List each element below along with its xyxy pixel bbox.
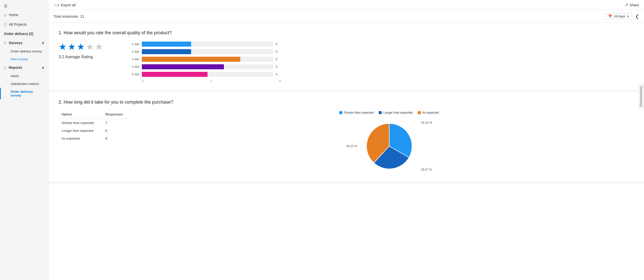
share-label: Share	[630, 3, 639, 7]
col-responses: Responses	[102, 111, 129, 119]
legend-dot	[418, 111, 421, 114]
pie-label-38: 38.10 %	[346, 144, 357, 148]
legend-item: Longer than expected	[379, 111, 413, 114]
question-2-content: Option Responses Shorter than expected 7…	[59, 111, 634, 174]
table-row: Longer than expected 6	[59, 127, 129, 135]
sidebar: ☰ ⌂ Home □ All Projects Order delivery (…	[0, 0, 48, 280]
bar-fill	[142, 49, 191, 54]
legend-dot	[339, 111, 342, 114]
responses-bar: Total responses 21 📅 All days ∨ ❮	[48, 10, 644, 23]
sidebar-item-alerts[interactable]: Alerts	[0, 72, 48, 80]
bar-row: 4 star 5	[129, 64, 281, 69]
export-icon: ⟶	[54, 3, 59, 7]
bar-fill	[142, 57, 240, 62]
bar-row: 1 star 3	[129, 42, 281, 47]
share-icon: ↗	[625, 3, 628, 7]
star-3: ★	[77, 42, 85, 52]
bar-label: 5 star	[129, 73, 139, 76]
legend-label: Shorter than expected	[344, 111, 374, 114]
reports-label: Reports	[9, 66, 22, 70]
sidebar-item-new-survey[interactable]: New survey	[0, 55, 48, 63]
sidebar-item-order-delivery-survey[interactable]: Order delivery survey	[0, 47, 48, 55]
rating-display: ★ ★ ★ ★ ★ 3.2 Average Rating	[59, 42, 109, 59]
days-filter-label: All days	[614, 14, 625, 18]
sidebar-item-satisfaction-metrics[interactable]: Satisfaction metrics	[0, 80, 48, 88]
bar-value: 3	[276, 50, 281, 53]
respondents-tab[interactable]: Respondents	[638, 84, 644, 109]
legend-item: As expected	[418, 111, 439, 114]
bar-value: 5	[276, 65, 281, 69]
alerts-label: Alerts	[11, 74, 19, 78]
export-label: Export all	[61, 3, 75, 7]
bar-fill	[142, 42, 191, 47]
bar-fill	[142, 72, 208, 77]
projects-icon: □	[4, 22, 7, 27]
table-row: Shorter than expected 7	[59, 119, 129, 127]
top-bar: ⟶ Export all ↗ Share	[48, 0, 644, 10]
bar-label: 2 star	[129, 50, 139, 53]
avg-rating-value: 3.2	[59, 55, 64, 59]
star-4: ★	[86, 42, 94, 52]
pie-svg	[362, 118, 417, 174]
bar-row: 3 star 6	[129, 57, 281, 62]
reports-icon: □	[4, 66, 6, 70]
average-rating-text: 3.2 Average Rating	[59, 55, 93, 59]
bar-label: 1 star	[129, 42, 139, 46]
bar-value: 3	[276, 42, 281, 46]
order-delivery-report-label: Order delivery survey	[11, 90, 33, 97]
new-survey-label: New survey	[11, 57, 28, 61]
bar-row: 5 star 4	[129, 72, 281, 77]
pie-label-33: 33.33 %	[421, 121, 432, 125]
surveys-label: Surveys	[9, 41, 22, 45]
pie-section: Shorter than expected Longer than expect…	[144, 111, 634, 174]
content-area: 1. How would you rate the overall qualit…	[48, 23, 644, 183]
sidebar-surveys-header[interactable]: □ Surveys ∧	[0, 38, 48, 47]
days-filter-dropdown[interactable]: 📅 All days ∨	[605, 13, 632, 19]
pie-label-28: 28.57 %	[421, 168, 432, 171]
main-content: ⟶ Export all ↗ Share Total responses 21 …	[48, 0, 644, 280]
total-responses-count: 21	[80, 14, 84, 18]
question-1-card: 1. How would you rate the overall qualit…	[48, 23, 644, 92]
option-label: Longer than expected	[59, 127, 102, 135]
star-5: ★	[95, 42, 103, 52]
bar-label: 4 star	[129, 65, 139, 69]
option-value: 6	[102, 127, 129, 135]
surveys-icon: □	[4, 41, 6, 45]
bar-fill	[142, 64, 224, 69]
collapse-button[interactable]: ❮	[635, 14, 639, 19]
question-1-content: ★ ★ ★ ★ ★ 3.2 Average Rating 1 star	[59, 42, 634, 82]
option-value: 7	[102, 119, 129, 127]
sidebar-item-all-projects[interactable]: □ All Projects	[0, 20, 48, 29]
home-icon: ⌂	[4, 13, 7, 17]
star-rating: ★ ★ ★ ★ ★	[59, 42, 103, 52]
export-button[interactable]: ⟶ Export all	[54, 3, 75, 7]
axis-labels: 0 4 8	[142, 79, 281, 82]
satisfaction-metrics-label: Satisfaction metrics	[11, 82, 39, 86]
bar-track	[142, 49, 273, 54]
share-button[interactable]: ↗ Share	[625, 3, 639, 7]
sidebar-reports-header[interactable]: □ Reports ∧	[0, 63, 48, 72]
sidebar-item-home[interactable]: ⌂ Home	[0, 10, 48, 20]
star-2: ★	[68, 42, 76, 52]
bar-value: 6	[276, 57, 281, 61]
option-label: As expected	[59, 135, 102, 142]
menu-icon[interactable]: ☰	[0, 2, 48, 10]
response-table: Option Responses Shorter than expected 7…	[59, 111, 129, 142]
avg-rating-label: Average Rating	[65, 55, 93, 59]
star-1: ★	[59, 42, 67, 52]
bar-row: 2 star 3	[129, 49, 281, 54]
all-projects-label: All Projects	[9, 22, 27, 26]
question-1-title: 1. How would you rate the overall qualit…	[59, 30, 634, 36]
col-option: Option	[59, 111, 102, 119]
bar-axis: 0 4 8	[129, 79, 281, 82]
question-2-card: 2. How long did it take for you to compl…	[48, 92, 644, 183]
legend-dot	[379, 111, 382, 114]
pie-chart: 38.10 % 33.33 % 28.57 %	[362, 118, 417, 174]
bar-track	[142, 72, 273, 77]
bar-track	[142, 42, 273, 47]
table-row: As expected 8	[59, 135, 129, 142]
chevron-down-icon: ∨	[627, 14, 629, 18]
sidebar-item-order-delivery-report[interactable]: Order delivery survey	[0, 88, 48, 99]
bar-chart-q1: 1 star 3 2 star 3 3 star 6 4 star 5 5 st…	[129, 42, 281, 82]
reports-chevron: ∧	[42, 66, 44, 70]
